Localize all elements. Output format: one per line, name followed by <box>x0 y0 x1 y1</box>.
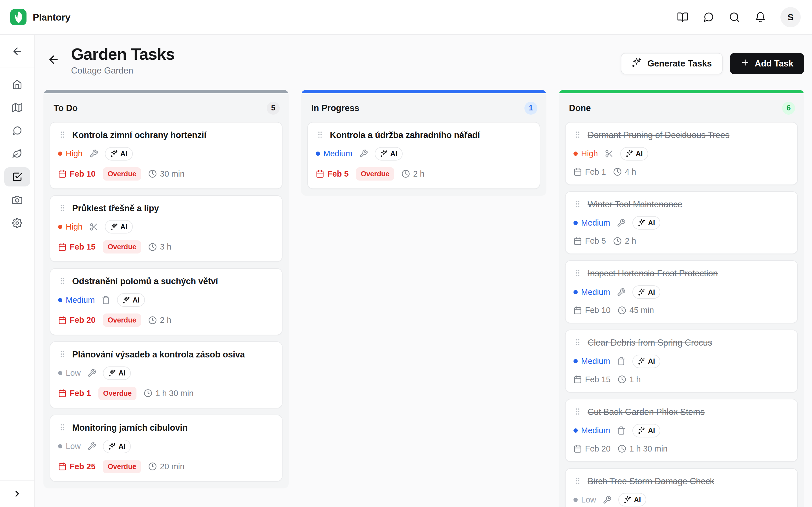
notifications-button[interactable] <box>751 8 770 26</box>
sidebar-item-camera[interactable] <box>4 190 30 210</box>
priority-label: High <box>581 149 598 158</box>
drag-handle[interactable] <box>58 350 66 359</box>
drag-handle[interactable] <box>573 476 582 486</box>
guide-button[interactable] <box>673 8 692 26</box>
drag-handle[interactable] <box>58 423 66 433</box>
trash-icon <box>101 296 110 304</box>
wrench-icon <box>87 442 96 451</box>
priority-medium: Medium <box>573 218 610 228</box>
task-card[interactable]: Monitoring jarních cibulovinLowAIFeb 25O… <box>50 414 283 482</box>
ai-badge: AI <box>105 147 133 161</box>
priority-dot <box>58 298 62 302</box>
calendar-icon <box>58 462 66 471</box>
sidebar-item-leaf[interactable] <box>4 144 30 163</box>
sidebar-item-check-square[interactable] <box>4 167 30 186</box>
trash-icon <box>617 426 626 435</box>
due-date: Feb 15 <box>58 242 96 251</box>
task-card[interactable]: Cut Back Garden Phlox StemsMediumAIFeb 2… <box>565 399 798 462</box>
sidebar-collapse-button[interactable] <box>0 35 35 68</box>
wrench-icon <box>359 149 368 158</box>
generate-tasks-label: Generate Tasks <box>647 59 712 69</box>
topbar: Plantory S <box>0 0 812 35</box>
page-header-actions: Generate Tasks Add Task <box>621 53 804 74</box>
sparkles-icon <box>638 219 645 227</box>
drag-handle[interactable] <box>573 338 582 348</box>
clock-icon <box>618 445 626 453</box>
duration-label: 45 min <box>629 305 654 315</box>
add-task-button[interactable]: Add Task <box>730 53 804 74</box>
priority-dot <box>573 221 578 225</box>
clock-icon <box>144 389 152 397</box>
ai-badge: AI <box>620 147 648 161</box>
task-card[interactable]: Clear Debris from Spring CrocusMediumAIF… <box>565 330 798 393</box>
drag-handle[interactable] <box>58 277 66 286</box>
calendar-icon <box>58 389 66 397</box>
task-title: Odstranění polomů a suchých větví <box>72 276 218 287</box>
task-card[interactable]: Průklest třešně a lípyHighAIFeb 15Overdu… <box>50 195 283 262</box>
trash-icon <box>617 357 626 365</box>
generate-tasks-button[interactable]: Generate Tasks <box>621 53 723 74</box>
duration-label: 1 h 30 min <box>629 444 667 453</box>
sidebar-item-settings[interactable] <box>4 214 30 233</box>
column-count-badge: 6 <box>782 102 795 115</box>
task-title: Clear Debris from Spring Crocus <box>588 337 712 348</box>
clock-icon <box>148 243 157 251</box>
sidebar-item-message-circle[interactable] <box>4 121 30 140</box>
ai-badge-label: AI <box>120 223 128 231</box>
home-icon <box>12 79 22 90</box>
drag-handle[interactable] <box>316 130 324 140</box>
priority-medium: Medium <box>58 295 95 305</box>
sidebar-item-map[interactable] <box>4 98 30 117</box>
user-avatar[interactable]: S <box>780 7 801 27</box>
back-button[interactable] <box>47 54 60 67</box>
task-title: Inspect Hortensia Frost Protection <box>588 268 718 279</box>
priority-dot <box>58 225 62 229</box>
duration-label: 30 min <box>160 169 185 179</box>
drag-handle[interactable] <box>573 200 582 209</box>
task-card[interactable]: Plánování výsadeb a kontrola zásob osiva… <box>50 341 283 408</box>
task-card[interactable]: Dormant Pruning of Deciduous TreesHighAI… <box>565 122 798 185</box>
due-date: Feb 10 <box>58 169 96 179</box>
drag-handle[interactable] <box>58 130 66 140</box>
brand[interactable]: Plantory <box>10 9 70 25</box>
priority-dot <box>58 444 62 448</box>
sidebar-item-home[interactable] <box>4 75 30 94</box>
task-card[interactable]: Kontrola a údržba zahradního nářadíMediu… <box>307 122 540 189</box>
ai-badge: AI <box>632 355 660 368</box>
overdue-badge: Overdue <box>103 240 141 253</box>
column-header: In Progress1 <box>307 100 540 115</box>
priority-medium: Medium <box>573 426 610 435</box>
due-date-label: Feb 1 <box>585 167 606 177</box>
due-date-label: Feb 15 <box>70 242 96 251</box>
message-circle-icon <box>703 11 714 23</box>
arrow-left-icon <box>11 46 23 57</box>
column-title: To Do <box>54 103 78 113</box>
task-card[interactable]: Odstranění polomů a suchých větvíMediumA… <box>50 268 283 335</box>
duration: 2 h <box>148 316 171 325</box>
drag-handle[interactable] <box>573 269 582 278</box>
task-card[interactable]: Birch Tree Storm Damage CheckLowAIFeb 25… <box>565 468 798 507</box>
priority-label: Low <box>581 495 596 504</box>
grip-icon <box>58 350 66 358</box>
wrench-icon <box>617 219 626 227</box>
drag-handle[interactable] <box>573 130 582 140</box>
drag-handle[interactable] <box>573 407 582 417</box>
task-card[interactable]: Inspect Hortensia Frost ProtectionMedium… <box>565 260 798 323</box>
search-button[interactable] <box>725 8 744 26</box>
due-date: Feb 20 <box>573 444 610 453</box>
book-open-icon <box>677 11 688 23</box>
sparkles-icon <box>638 427 645 434</box>
main-content: Garden Tasks Cottage Garden Generate Tas… <box>35 35 812 507</box>
sparkles-icon <box>631 57 642 70</box>
sidebar-expand-button[interactable] <box>0 480 35 507</box>
column-accent-bar <box>559 90 804 93</box>
chat-button[interactable] <box>699 8 718 26</box>
ai-badge-label: AI <box>390 150 397 158</box>
grip-icon <box>58 423 66 432</box>
drag-handle[interactable] <box>58 204 66 213</box>
task-card[interactable]: Winter Tool MaintenanceMediumAIFeb 52 h <box>565 191 798 255</box>
column-count-badge: 1 <box>524 102 538 115</box>
task-title: Dormant Pruning of Deciduous Trees <box>588 130 729 141</box>
duration: 1 h 30 min <box>144 389 193 398</box>
task-card[interactable]: Kontrola zimní ochrany hortenziíHighAIFe… <box>50 122 283 189</box>
